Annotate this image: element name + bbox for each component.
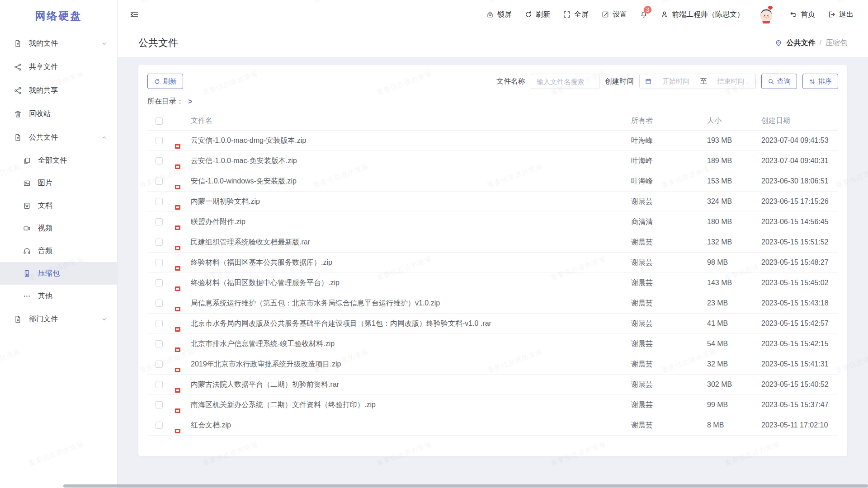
sidebar-collapse-icon[interactable] — [129, 9, 139, 19]
file-name[interactable]: 北京市排水户信息管理系统-竣工验收材料.zip — [191, 339, 631, 349]
row-checkbox[interactable] — [156, 361, 163, 368]
panel-refresh-button[interactable]: 刷新 — [147, 74, 183, 89]
table-row: 终验材料（福田区数据中心管理服务平台）.zip谢晨芸143 MB2023-05-… — [147, 273, 838, 293]
sidebar-item-label: 部门文件 — [29, 314, 58, 324]
file-owner: 叶海峰 — [631, 136, 707, 145]
file-name[interactable]: 2019年北京市水行政审批系统升级改造项目.zip — [191, 360, 631, 369]
home-button[interactable]: 首页 — [789, 10, 815, 19]
sidebar-item-label: 视频 — [38, 224, 52, 233]
date-range-picker[interactable]: 开始时间 至 结束时间 — [639, 74, 756, 89]
app-root: 网络硬盘 我的文件共享文件我的共享回收站公共文件全部文件图片文档视频音频压缩包其… — [0, 0, 868, 488]
file-name[interactable]: 内蒙古法院大数据平台（二期）初验前资料.rar — [191, 380, 631, 389]
refresh-button[interactable]: 刷新 — [524, 10, 550, 19]
refresh-label: 刷新 — [536, 10, 550, 19]
sidebar-item-videos[interactable]: 视频 — [0, 217, 117, 239]
table-row: 北京市排水户信息管理系统-竣工验收材料.zip谢晨芸54 MB2023-05-1… — [147, 334, 838, 354]
home-label: 首页 — [801, 10, 815, 19]
fullscreen-label: 全屏 — [574, 10, 589, 19]
sidebar-item-others[interactable]: 其他 — [0, 285, 117, 307]
start-date-placeholder[interactable]: 开始时间 — [656, 77, 696, 86]
row-checkbox[interactable] — [156, 340, 163, 347]
sidebar-item-my-files[interactable]: 我的文件 — [0, 32, 117, 55]
column-header-size[interactable]: 大小 — [707, 116, 761, 126]
directory-root-arrow[interactable]: > — [188, 98, 192, 106]
row-checkbox[interactable] — [156, 178, 163, 185]
file-name[interactable]: 民建组织管理系统验收文档最新版.rar — [191, 238, 631, 247]
filename-filter-label: 文件名称 — [496, 77, 525, 86]
settings-button[interactable]: 设置 — [601, 10, 627, 19]
row-checkbox[interactable] — [156, 218, 163, 225]
row-checkbox[interactable] — [156, 259, 163, 266]
end-date-placeholder[interactable]: 结束时间 — [712, 77, 751, 86]
file-size: 54 MB — [707, 340, 761, 348]
file-name[interactable]: 终验材料（福田区基本公共服务数据库）.zip — [191, 258, 631, 267]
table-row: 云安信-1.0.0-mac-dmg-安装版本.zip叶海峰193 MB2023-… — [147, 131, 838, 151]
sidebar-item-label: 音频 — [38, 246, 52, 256]
breadcrumb-root[interactable]: 公共文件 — [787, 38, 816, 48]
file-size: 41 MB — [707, 319, 761, 328]
column-header-owner[interactable]: 所有者 — [631, 116, 707, 126]
user-menu[interactable]: 前端工程师（陈思文） — [660, 10, 744, 19]
notifications-button[interactable]: 3 — [640, 10, 648, 19]
column-header-filename[interactable]: 文件名 — [191, 116, 631, 126]
table-row: 2019年北京市水行政审批系统升级改造项目.zip谢晨芸32 MB2023-05… — [147, 354, 838, 375]
trash-icon — [14, 110, 22, 118]
row-checkbox[interactable] — [156, 137, 163, 144]
sidebar-item-archives[interactable]: 压缩包 — [0, 262, 117, 285]
row-checkbox[interactable] — [156, 381, 163, 388]
row-checkbox[interactable] — [156, 239, 163, 246]
sidebar-item-department-files[interactable]: 部门文件 — [0, 307, 117, 331]
file-name[interactable]: 局信息系统运行维护（第五包：北京市水务局综合信息平台运行维护）v1.0.zip — [191, 299, 631, 308]
file-size: 193 MB — [707, 136, 761, 145]
row-checkbox[interactable] — [156, 320, 163, 327]
row-checkbox[interactable] — [156, 279, 163, 286]
file-name[interactable]: 南海区机关新办公系统（二期）文件资料（终验打印）.zip — [191, 400, 631, 410]
table-row: 联盟办件附件.zip商清清180 MB2023-06-15 14:56:45 — [147, 212, 838, 232]
sidebar-item-audio[interactable]: 音频 — [0, 239, 117, 262]
sidebar-item-all-files[interactable]: 全部文件 — [0, 149, 117, 172]
file-name[interactable]: 红会文档.zip — [191, 421, 631, 430]
file-created-date: 2023-05-11 17:02:10 — [761, 421, 838, 429]
row-checkbox[interactable] — [156, 401, 163, 408]
logout-button[interactable]: 退出 — [828, 10, 854, 19]
row-checkbox[interactable] — [156, 157, 163, 164]
file-name[interactable]: 内蒙一期初验文档.zip — [191, 197, 631, 206]
column-header-created[interactable]: 创建日期 — [761, 116, 838, 126]
page-title: 公共文件 — [138, 36, 178, 50]
file-name[interactable]: 云安信-1.0.0-mac-dmg-安装版本.zip — [191, 136, 631, 145]
topbar: 锁屏 刷新 全屏 设置 3 — [118, 0, 868, 29]
select-all-checkbox[interactable] — [156, 117, 163, 125]
horizontal-scrollbar[interactable] — [63, 484, 868, 488]
sort-button[interactable]: 排序 — [802, 74, 838, 89]
sidebar-item-recycle-bin[interactable]: 回收站 — [0, 102, 117, 126]
file-name[interactable]: 联盟办件附件.zip — [191, 217, 631, 227]
lock-screen-button[interactable]: 锁屏 — [486, 10, 512, 19]
sidebar-item-public-files[interactable]: 公共文件 — [0, 126, 117, 149]
user-avatar[interactable] — [757, 5, 777, 24]
file-created-date: 2023-05-15 15:41:31 — [761, 360, 838, 368]
filename-search-input[interactable] — [531, 74, 599, 89]
fullscreen-button[interactable]: 全屏 — [563, 10, 589, 19]
ellipsis-icon — [23, 292, 31, 300]
row-checkbox[interactable] — [156, 422, 163, 429]
sidebar-item-images[interactable]: 图片 — [0, 172, 117, 194]
search-button[interactable]: 查询 — [761, 74, 797, 89]
sidebar-item-my-shares[interactable]: 我的共享 — [0, 79, 117, 102]
logout-label: 退出 — [839, 10, 854, 19]
sidebar-item-shared-files[interactable]: 共享文件 — [0, 55, 117, 79]
file-name[interactable]: 终验材料（福田区数据中心管理服务平台）.zip — [191, 278, 631, 288]
row-checkbox[interactable] — [156, 198, 163, 205]
file-name[interactable]: 安信-1.0.0-windows-免安装版.zip — [191, 177, 631, 186]
file-name[interactable]: 北京市水务局内网改版及公共服务基础平台建设项目（第1包：内网改版）终验验文档-v… — [191, 319, 631, 328]
row-checkbox[interactable] — [156, 300, 163, 307]
sidebar-item-documents[interactable]: 文档 — [0, 194, 117, 217]
headphones-icon — [23, 247, 31, 255]
sidebar-item-label: 压缩包 — [38, 269, 60, 278]
file-name[interactable]: 云安信-1.0.0-mac-免安装版本.zip — [191, 156, 631, 166]
file-owner: 谢晨芸 — [631, 319, 707, 328]
sidebar-item-label: 我的共享 — [29, 86, 58, 95]
file-owner: 谢晨芸 — [631, 258, 707, 267]
breadcrumb: 公共文件 / 压缩包 — [774, 38, 847, 48]
location-pin-icon — [774, 39, 783, 47]
sidebar-item-label: 公共文件 — [29, 133, 58, 142]
